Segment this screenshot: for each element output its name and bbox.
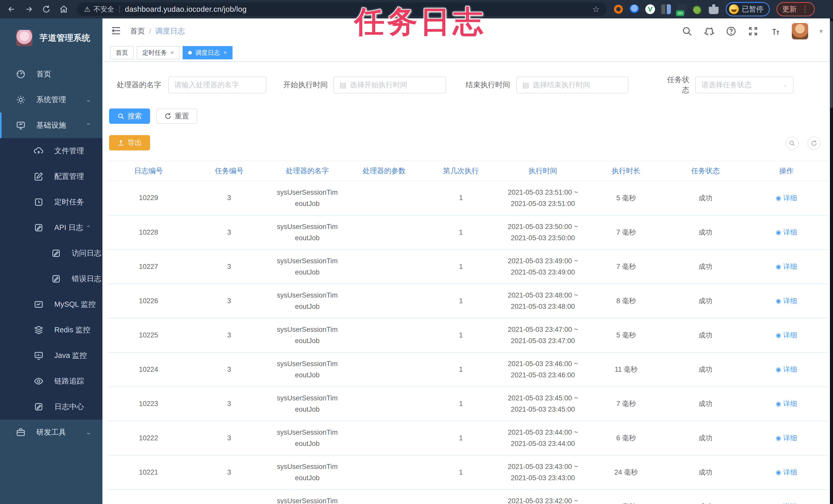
extension-grid-icon[interactable]: [661, 4, 671, 14]
extension-bulb-icon[interactable]: [629, 4, 639, 14]
detail-link[interactable]: ◉ 详细: [776, 194, 797, 203]
sidebar-toggle-button[interactable]: [111, 25, 121, 37]
font-size-icon[interactable]: [770, 26, 781, 36]
app-logo-row[interactable]: 芋道管理系统: [0, 19, 102, 52]
detail-link[interactable]: ◉ 详细: [776, 331, 797, 340]
table-row: 10226 3 sysUserSessionTimeoutJob 1 2021-…: [108, 284, 828, 318]
sidebar-item-trace[interactable]: 链路追踪: [0, 369, 102, 394]
chevron-down-icon: ⌄: [86, 429, 91, 436]
chevron-down-icon: ⌄: [86, 97, 91, 103]
table-row: 10221 3 sysUserSessionTimeoutJob 1 2021-…: [108, 455, 828, 489]
tab-home[interactable]: 首页: [110, 46, 134, 59]
browser-forward-button[interactable]: [23, 3, 35, 15]
detail-link[interactable]: ◉ 详细: [776, 296, 797, 305]
detail-link[interactable]: ◉ 详细: [776, 365, 797, 374]
cell-log-id: 10228: [108, 215, 190, 249]
cell-handler-param: [346, 386, 423, 421]
detail-link[interactable]: ◉ 详细: [776, 433, 797, 443]
cell-status: 成功: [666, 215, 745, 249]
task-status-select[interactable]: 请选择任务状态 ⌄: [695, 76, 793, 93]
fullscreen-icon[interactable]: [748, 26, 759, 36]
browser-menu-icon[interactable]: ⋮: [801, 8, 809, 10]
cell-duration: 7 毫秒: [587, 215, 666, 249]
handler-name-input[interactable]: 请输入处理器的名字: [168, 76, 266, 93]
user-avatar[interactable]: [792, 23, 808, 40]
end-time-picker[interactable]: ▤ 选择结束执行时间: [516, 76, 628, 93]
close-icon[interactable]: ×: [170, 49, 174, 56]
cell-duration: 11 毫秒: [587, 352, 666, 386]
cell-handler-name: sysUserSessionTimeoutJob: [269, 249, 346, 284]
tab-job-log[interactable]: 调度日志 ×: [183, 46, 233, 59]
extension-orange-icon[interactable]: [614, 4, 623, 14]
github-icon[interactable]: [704, 26, 714, 36]
url-text[interactable]: dashboard.yudao.iocoder.cn/job/log: [125, 5, 246, 14]
cell-execute-index: 1: [423, 249, 499, 284]
sidebar-item-label: 配置管理: [54, 171, 84, 182]
breadcrumb-home[interactable]: 首页: [130, 26, 145, 36]
sidebar-item-system[interactable]: 系统管理 ⌄: [0, 87, 102, 112]
table-row: 10220 3 sysUserSessionTimeoutJob 1 2021-…: [108, 489, 828, 504]
browser-back-button[interactable]: [6, 3, 18, 15]
cell-handler-param: [346, 489, 423, 504]
detail-link[interactable]: ◉ 详细: [776, 468, 797, 477]
omnibox-divider: [119, 5, 120, 13]
refresh-icon: [164, 112, 171, 120]
toggle-search-button[interactable]: [785, 136, 799, 150]
extensions-puzzle-icon[interactable]: [709, 4, 718, 14]
sidebar: 芋道管理系统 首页 系统管理 ⌄ 基础设施 ⌃: [0, 19, 102, 504]
detail-link[interactable]: ◉ 详细: [776, 262, 797, 271]
sidebar-item-log-center[interactable]: 日志中心: [0, 394, 102, 420]
browser-home-button[interactable]: [58, 3, 70, 15]
help-icon[interactable]: [726, 26, 736, 36]
export-button[interactable]: 导出: [109, 135, 150, 150]
refresh-icon: [811, 140, 817, 147]
detail-link-label: 详细: [783, 296, 797, 305]
tags-view-bar: 首页 定时任务 × 调度日志 ×: [102, 44, 833, 62]
extension-leaf-icon[interactable]: [693, 4, 703, 14]
sidebar-item-infrastructure[interactable]: 基础设施 ⌃: [0, 112, 102, 138]
sidebar-item-api-log[interactable]: API 日志 ⌃: [0, 215, 102, 241]
breadcrumb-current[interactable]: 调度日志: [155, 26, 185, 36]
cell-duration: 7 毫秒: [587, 386, 666, 421]
sidebar-item-scheduled-task[interactable]: 定时任务: [0, 189, 102, 215]
cell-task-id: 3: [190, 215, 269, 249]
col-log-id: 日志编号: [108, 161, 190, 181]
task-timer-icon: [34, 197, 44, 207]
caret-down-icon[interactable]: ▾: [819, 27, 823, 35]
sidebar-item-config-management[interactable]: 配置管理: [0, 164, 102, 189]
profile-paused-badge[interactable]: 已暂停: [726, 2, 770, 16]
sidebar-item-access-log[interactable]: 访问日志: [0, 241, 102, 266]
tab-scheduled-task[interactable]: 定时任务 ×: [137, 46, 180, 59]
sidebar-item-mysql-monitor[interactable]: MySQL 监控: [0, 292, 102, 317]
sidebar-item-error-log[interactable]: 错误日志: [0, 266, 102, 292]
reset-button[interactable]: 重置: [156, 108, 197, 124]
address-bar[interactable]: ⚠ 不安全 dashboard.yudao.iocoder.cn/job/log…: [77, 2, 607, 16]
page-scrollbar[interactable]: [830, 19, 833, 504]
detail-link[interactable]: ◉ 详细: [776, 399, 797, 408]
sidebar-item-home[interactable]: 首页: [0, 61, 102, 87]
detail-link[interactable]: ◉ 详细: [776, 228, 797, 237]
scrollbar-thumb[interactable]: [830, 21, 833, 108]
browser-reload-button[interactable]: [41, 3, 52, 15]
bookmark-star-icon[interactable]: ☆: [592, 4, 600, 14]
cell-handler-param: [346, 181, 423, 215]
browser-update-button[interactable]: 更新 ⋮: [777, 2, 815, 16]
search-icon[interactable]: [682, 26, 692, 36]
sidebar-item-dev-tools[interactable]: 研发工具 ⌄: [0, 420, 102, 445]
cell-duration: 8 毫秒: [587, 284, 666, 318]
start-time-picker[interactable]: ▤ 选择开始执行时间: [333, 76, 446, 93]
sidebar-item-redis-monitor[interactable]: Redis 监控: [0, 317, 102, 343]
view-icon: ◉: [776, 297, 781, 304]
sidebar-item-java-monitor[interactable]: Java 监控: [0, 343, 102, 369]
breadcrumb-separator: /: [149, 27, 151, 35]
extension-on-badge-icon[interactable]: [677, 4, 687, 14]
security-label[interactable]: 不安全: [93, 5, 114, 14]
detail-link[interactable]: ◉ 详细: [776, 502, 797, 504]
table-row: 10223 3 sysUserSessionTimeoutJob 1 2021-…: [108, 386, 828, 421]
search-button[interactable]: 搜索: [109, 108, 150, 124]
close-icon[interactable]: ×: [223, 49, 227, 56]
extension-v-icon[interactable]: V: [645, 4, 655, 14]
sidebar-item-file-management[interactable]: 文件管理: [0, 138, 102, 164]
refresh-table-button[interactable]: [807, 136, 821, 150]
tab-label: 定时任务: [142, 49, 167, 57]
